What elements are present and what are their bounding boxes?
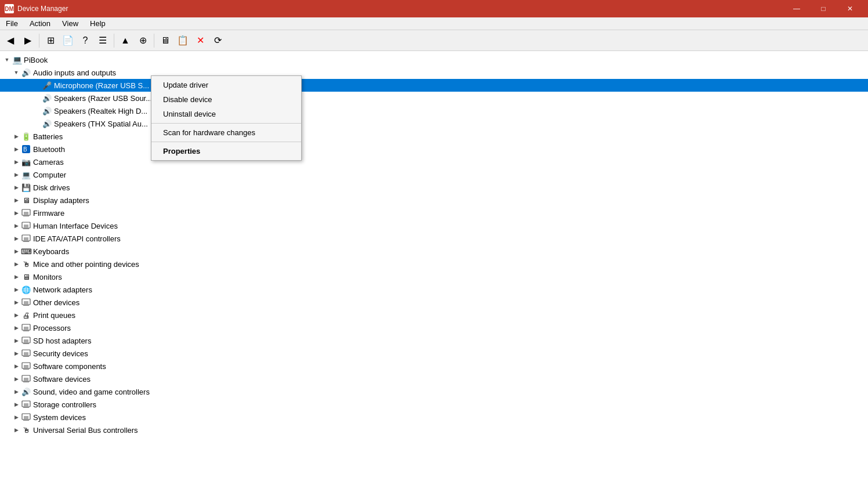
view-button[interactable]: ☰ <box>95 32 111 49</box>
computer-button[interactable]: 🖥 <box>157 32 173 49</box>
tree-toggle-hid[interactable]: ▶ <box>12 221 21 230</box>
tree-icon-firmware <box>21 208 31 218</box>
tree-toggle-other[interactable]: ▶ <box>12 298 21 307</box>
help-button[interactable]: ? <box>77 32 93 49</box>
tree-item-speakers-thx[interactable]: 🔊Speakers (THX Spatial Au... <box>0 117 868 130</box>
add-driver-button[interactable]: 📋 <box>175 32 191 49</box>
scan-button[interactable]: ⟳ <box>209 32 226 49</box>
tree-toggle-software-components[interactable]: ▶ <box>12 361 21 371</box>
tree-item-hid[interactable]: ▶Human Interface Devices <box>0 219 868 232</box>
tree-item-speakers-razer[interactable]: 🔊Speakers (Razer USB Sour... <box>0 92 868 104</box>
update-driver-button[interactable]: ▲ <box>117 32 133 49</box>
tree-item-monitors[interactable]: ▶🖥Monitors <box>0 270 868 283</box>
tree-item-keyboards[interactable]: ▶⌨Keyboards <box>0 245 868 258</box>
svg-rect-34 <box>23 420 29 421</box>
tree-toggle-display-adapters[interactable]: ▶ <box>12 196 21 205</box>
tree-item-cameras[interactable]: ▶📷Cameras <box>0 156 868 168</box>
tree-item-software-components[interactable]: ▶Software components <box>0 360 868 373</box>
ctx-item-uninstall-device[interactable]: Uninstall device <box>151 107 301 121</box>
tree-toggle-processors[interactable]: ▶ <box>12 323 21 332</box>
svg-rect-31 <box>23 407 29 408</box>
show-hidden-button[interactable]: ⊞ <box>42 32 59 49</box>
properties-button[interactable]: 📄 <box>60 32 76 49</box>
ctx-item-disable-device[interactable]: Disable device <box>151 92 301 107</box>
tree-toggle-usb[interactable]: ▶ <box>12 425 21 435</box>
back-button[interactable]: ◀ <box>2 32 19 49</box>
menu-help[interactable]: Help <box>84 17 111 30</box>
ctx-item-update-driver[interactable]: Update driver <box>151 78 301 92</box>
tree-label-software-components: Software components <box>33 362 106 371</box>
forward-button[interactable]: ▶ <box>20 32 36 49</box>
tree-toggle-storage[interactable]: ▶ <box>12 400 21 409</box>
tree-item-audio[interactable]: ▼🔊Audio inputs and outputs <box>0 66 868 79</box>
tree-toggle-speakers-razer[interactable] <box>32 93 42 103</box>
tree-icon-software-devices <box>21 374 31 384</box>
tree-item-sd-host[interactable]: ▶SD host adapters <box>0 334 868 347</box>
tree-icon-monitors: 🖥 <box>21 272 31 282</box>
svg-rect-24 <box>24 365 28 368</box>
device-tree[interactable]: ▼💻PiBook▼🔊Audio inputs and outputs🎤Micro… <box>0 51 868 499</box>
tree-icon-display-adapters: 🖥 <box>21 195 31 205</box>
tree-toggle-sd-host[interactable]: ▶ <box>12 336 21 345</box>
tree-item-storage[interactable]: ▶Storage controllers <box>0 398 868 411</box>
tree-item-software-devices[interactable]: ▶Software devices <box>0 373 868 385</box>
tree-icon-sd-host <box>21 335 31 346</box>
tree-label-batteries: Batteries <box>33 132 63 141</box>
tree-toggle-network[interactable]: ▶ <box>12 285 21 294</box>
tree-toggle-batteries[interactable]: ▶ <box>12 132 21 141</box>
tree-toggle-audio[interactable]: ▼ <box>12 68 21 77</box>
tree-toggle-disk-drives[interactable]: ▶ <box>12 183 21 192</box>
tree-toggle-speakers-realtek[interactable] <box>32 106 42 115</box>
tree-toggle-firmware[interactable]: ▶ <box>12 208 21 218</box>
tree-item-processors[interactable]: ▶Processors <box>0 321 868 334</box>
tree-item-disk-drives[interactable]: ▶💾Disk drives <box>0 181 868 194</box>
tree-item-network[interactable]: ▶🌐Network adapters <box>0 283 868 296</box>
menu-action[interactable]: Action <box>24 17 56 30</box>
close-button[interactable]: ✕ <box>837 0 863 17</box>
ctx-item-scan-for-hardware-changes[interactable]: Scan for hardware changes <box>151 125 301 140</box>
tree-item-batteries[interactable]: ▶🔋Batteries <box>0 130 868 143</box>
tree-toggle-bluetooth[interactable]: ▶ <box>12 144 21 154</box>
svg-rect-12 <box>24 301 28 304</box>
tree-toggle-ide[interactable]: ▶ <box>12 234 21 243</box>
tree-toggle-print[interactable]: ▶ <box>12 310 21 320</box>
tree-toggle-software-devices[interactable]: ▶ <box>12 374 21 384</box>
tree-label-security: Security devices <box>33 349 88 358</box>
tree-item-other[interactable]: ▶Other devices <box>0 296 868 309</box>
tree-toggle-sound[interactable]: ▶ <box>12 387 21 396</box>
maximize-button[interactable]: □ <box>810 0 837 17</box>
svg-rect-10 <box>23 241 29 242</box>
remove-button[interactable]: ✕ <box>192 32 208 49</box>
tree-item-microphone[interactable]: 🎤Microphone (Razer USB S... <box>0 79 868 92</box>
tree-item-print[interactable]: ▶🖨Print queues <box>0 309 868 321</box>
tree-toggle-security[interactable]: ▶ <box>12 349 21 358</box>
tree-toggle-computer[interactable]: ▶ <box>12 170 21 179</box>
tree-toggle-monitors[interactable]: ▶ <box>12 272 21 281</box>
tree-item-security[interactable]: ▶Security devices <box>0 347 868 360</box>
tree-toggle-speakers-thx[interactable] <box>32 119 42 128</box>
tree-toggle-pibook[interactable]: ▼ <box>2 55 12 64</box>
tree-item-ide[interactable]: ▶IDE ATA/ATAPI controllers <box>0 232 868 245</box>
tree-toggle-microphone[interactable] <box>32 81 42 90</box>
add-legacy-button[interactable]: ⊕ <box>135 32 151 49</box>
tree-toggle-cameras[interactable]: ▶ <box>12 157 21 167</box>
tree-item-pibook[interactable]: ▼💻PiBook <box>0 53 868 66</box>
tree-toggle-system[interactable]: ▶ <box>12 413 21 422</box>
tree-item-display-adapters[interactable]: ▶🖥Display adapters <box>0 194 868 207</box>
menu-file[interactable]: File <box>0 17 24 30</box>
tree-item-sound[interactable]: ▶🔊Sound, video and game controllers <box>0 385 868 398</box>
ctx-item-properties[interactable]: Properties <box>151 144 301 158</box>
tree-item-bluetooth[interactable]: ▶BBluetooth <box>0 143 868 156</box>
menu-view[interactable]: View <box>56 17 84 30</box>
minimize-button[interactable]: — <box>783 0 810 17</box>
tree-icon-bluetooth: B <box>21 144 31 154</box>
tree-item-mice[interactable]: ▶🖱Mice and other pointing devices <box>0 258 868 270</box>
tree-item-speakers-realtek[interactable]: 🔊Speakers (Realtek High D... <box>0 104 868 117</box>
tree-label-network: Network adapters <box>33 285 92 294</box>
tree-item-firmware[interactable]: ▶Firmware <box>0 207 868 219</box>
tree-item-system[interactable]: ▶System devices <box>0 411 868 424</box>
tree-toggle-keyboards[interactable]: ▶ <box>12 247 21 256</box>
tree-item-computer[interactable]: ▶💻Computer <box>0 168 868 181</box>
tree-item-usb[interactable]: ▶🖱Universal Serial Bus controllers <box>0 424 868 436</box>
tree-toggle-mice[interactable]: ▶ <box>12 259 21 269</box>
